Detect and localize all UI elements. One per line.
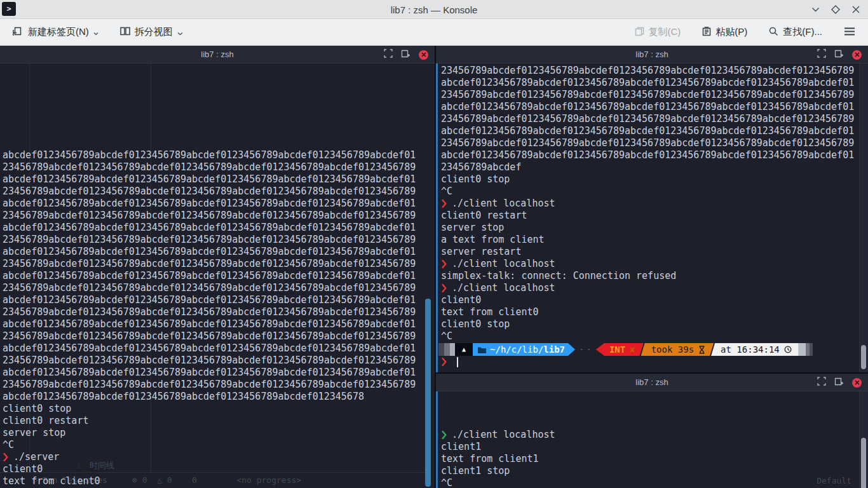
terminal-line: ^C [441,330,868,342]
find-button[interactable]: 查找(F)... [764,22,827,42]
terminal-line: client0 restart [441,210,868,222]
pane-header: lib7 : zsh [436,46,868,64]
prompt-duration: took 39s [641,343,714,356]
terminal-line: abcdef0123456789abcdef0123456789abcdef01… [3,246,435,258]
main-toolbar: 新建标签页(N) 拆分视图 复制(C) 粘贴(P) 查找(F)... [0,19,868,46]
terminal-line: abcdef0123456789abcdef0123456789abcdef01… [441,77,868,89]
text-cursor [457,357,458,367]
terminal-line: 23456789abcdef0123456789abcdef0123456789… [3,210,435,222]
terminal-line: client0 restart [3,415,435,427]
new-tab-icon[interactable] [401,49,410,60]
terminal-line: client0 stop [441,173,868,186]
terminal-line: 23456789abcdef0123456789abcdef0123456789… [441,89,868,101]
terminal-line: 23456789abcdef0123456789abcdef0123456789… [3,379,435,391]
scrollbar-thumb[interactable] [861,438,866,488]
terminal-line: client0 [3,463,435,475]
prompt-ramp-end [799,343,813,356]
terminal-line: abcdef0123456789abcdef0123456789abcdef01… [441,149,868,161]
terminal-line: abcdef0123456789abcdef0123456789abcdef01… [3,342,435,355]
prompt-ramp [438,343,455,356]
terminal-line: 23456789abcdef0123456789abcdef0123456789… [3,258,435,270]
split-view-icon [120,27,130,37]
pane-title: lib7 : zsh [635,50,668,59]
close-pane-button[interactable] [852,50,862,60]
split-view-button[interactable]: 拆分视图 [115,22,188,42]
scrollbar-track[interactable] [859,64,868,372]
terminal-line: abcdef0123456789abcdef0123456789abcdef01… [441,101,868,113]
minimize-button[interactable] [808,3,822,17]
close-pane-button[interactable] [852,378,862,388]
terminal-line: 23456789abcdef0123456789abcdef0123456789… [441,65,868,77]
pane-header: lib7 : zsh [436,374,868,391]
prompt-path-arrow [568,343,575,356]
scrollbar-thumb[interactable] [861,345,866,369]
prompt-chevron-icon [3,453,8,461]
close-pane-button[interactable] [419,50,428,60]
powerline-prompt: ▲~/h/c/lib/lib7··INT✘took 39sat 16:34:14 [438,343,868,356]
terminal-line: 23456789abcdef0123456789abcdef0123456789… [3,330,435,342]
terminal-line: client0 [441,294,868,306]
expand-view-icon[interactable] [817,377,826,388]
window-title: lib7 : zsh — Konsole [0,0,868,19]
terminal-line: client1 [441,441,868,453]
terminal-line: 23456789abcdef0123456789abcdef0123456789… [3,355,435,367]
scrollbar-track[interactable] [859,391,868,488]
expand-view-icon[interactable] [384,49,393,60]
terminal-line: simplex-talk: connect: Connection refuse… [441,270,868,282]
prompt-path: ~/h/c/lib/lib7 [473,343,568,356]
paste-button[interactable]: 粘贴(P) [697,22,752,42]
terminal-line: 23456789abcdef0123456789abcdef0123456789… [3,161,435,173]
terminal-line: abcdef0123456789abcdef0123456789abcdef01… [3,222,435,234]
prompt-chevron-icon [442,260,447,268]
prompt-chevron-icon [442,200,447,208]
terminal-output[interactable]: 23456789abcdef0123456789abcdef0123456789… [436,64,868,372]
terminal-line: server stop [3,427,435,439]
terminal-pane-bottom-right[interactable]: lib7 : zsh Default ./client localhostcli… [436,374,868,488]
chevron-down-icon [93,27,98,37]
chevron-down-icon [177,27,183,37]
search-icon [769,27,778,38]
terminal-line: server stop [441,222,868,234]
pane-title: lib7 : zsh [201,50,233,59]
close-window-button[interactable] [849,3,863,17]
hamburger-menu-icon [844,27,855,37]
pane-title: lib7 : zsh [635,377,668,387]
terminal-line: ./server [3,451,435,463]
expand-view-icon[interactable] [817,49,826,60]
terminal-line: abcdef0123456789abcdef0123456789abcdef01… [3,318,435,330]
terminal-line: abcdef0123456789abcdef0123456789abcdef01… [3,294,435,306]
terminal-line: ./client localhost [441,258,868,270]
prompt-time: at 16:34:14 [711,343,799,356]
terminal-line: abcdef0123456789abcdef0123456789abcdef01… [3,270,435,282]
terminal-line: client0 stop [441,318,868,330]
copy-icon [635,27,644,38]
terminal-line: 23456789abcdef0123456789abcdef0123456789… [441,113,868,125]
window-titlebar: > lib7 : zsh — Konsole [0,0,868,19]
new-tab-icon[interactable] [834,377,844,388]
terminal-line: text from client0 [441,306,868,318]
terminal-line: 23456789abcdef [441,161,868,173]
prompt-chevron-icon [442,431,447,439]
terminal-line [441,356,868,368]
hamburger-menu-button[interactable] [839,23,860,41]
terminal-output[interactable]: Default ./client localhostclient1text fr… [436,391,868,488]
terminal-line: a text from client [441,234,868,246]
new-tab-button[interactable]: 新建标签页(N) [8,22,104,42]
maximize-button[interactable] [829,3,843,17]
terminal-line: ./client localhost [441,429,868,441]
terminal-pane-left[interactable]: lib7 : zsh 〉 时间线 » ▷ Run Testcases ⊗ 0 △… [0,46,435,488]
terminal-line: text from client0 [3,475,435,487]
terminal-line: ./client localhost [441,282,868,294]
terminal-line: 23456789abcdef0123456789abcdef0123456789… [3,282,435,294]
prompt-chevron-icon [442,284,447,292]
terminal-line: abcdef0123456789abcdef0123456789abcdef01… [3,173,435,186]
terminal-line: 23456789abcdef0123456789abcdef0123456789… [3,234,435,246]
terminal-line: abcdef0123456789abcdef0123456789abcdef01… [3,149,435,161]
terminal-output[interactable]: 〉 时间线 » ▷ Run Testcases ⊗ 0 △ 0 0 <no pr… [0,64,435,488]
terminal-line: abcdef0123456789abcdef0123456789abcdef01… [3,367,435,379]
scrollbar-thumb[interactable] [425,299,431,487]
prompt-chevron-icon [442,358,447,366]
terminal-line: abcdef0123456789abcdef0123456789abcdef01… [3,391,435,403]
terminal-pane-top-right[interactable]: lib7 : zsh 23456789abcdef0123456789abcde… [436,46,868,372]
new-tab-icon[interactable] [834,49,844,60]
